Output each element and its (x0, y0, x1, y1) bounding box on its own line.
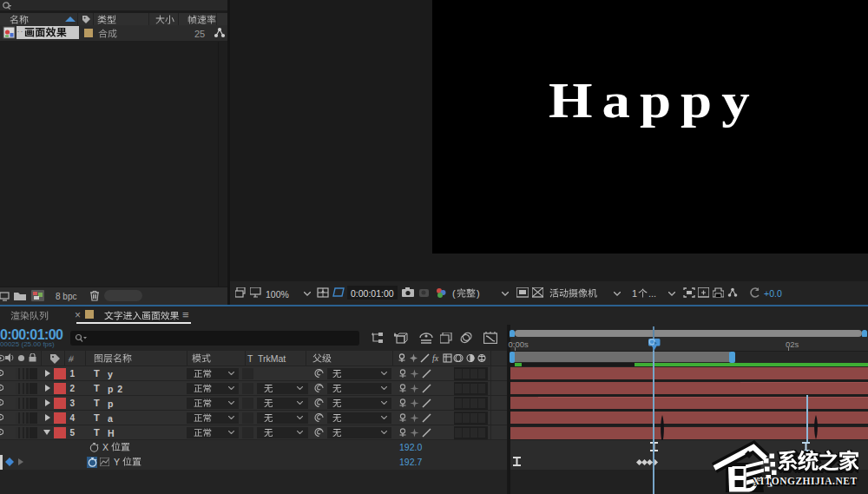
svg-text:fx: fx (432, 353, 439, 363)
